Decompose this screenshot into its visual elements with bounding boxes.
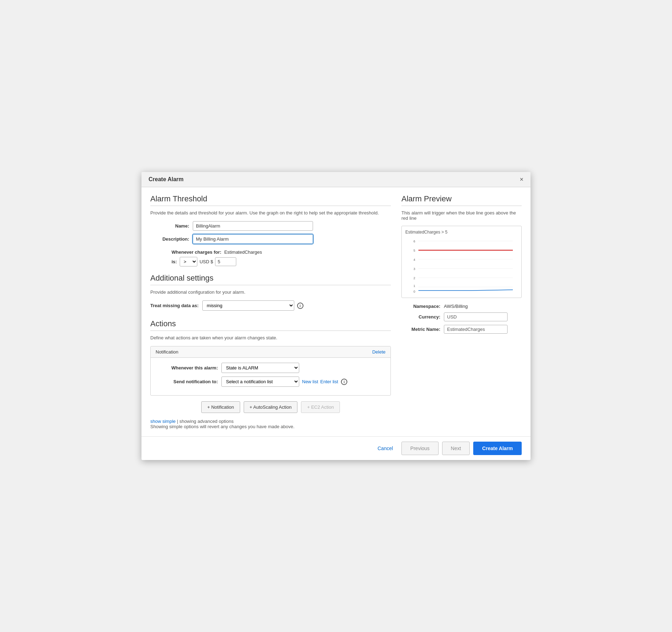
add-notification-button[interactable]: + Notification [201, 401, 240, 413]
preview-divider [401, 206, 522, 206]
charges-row: Whenever charges for: EstimatedCharges [150, 249, 391, 255]
metric-name-label: Metric Name: [401, 327, 440, 332]
create-alarm-button[interactable]: Create Alarm [473, 442, 522, 455]
currency-row: Currency: [401, 312, 522, 321]
svg-text:3: 3 [413, 267, 415, 271]
svg-text:5: 5 [413, 249, 415, 252]
namespace-value: AWS/Billing [444, 304, 468, 309]
whenever-row: Whenever this alarm: State is ALARM Stat… [158, 363, 383, 373]
treat-missing-select[interactable]: missing not breaching breaching ignore [202, 300, 294, 311]
whenever-label: Whenever this alarm: [158, 365, 218, 370]
action-buttons-row: + Notification + AutoScaling Action + EC… [150, 401, 391, 413]
desc-input[interactable] [193, 234, 313, 244]
svg-text:1: 1 [413, 284, 415, 288]
name-label: Name: [150, 223, 189, 229]
modal-header: Create Alarm × [141, 172, 531, 187]
notif-info-icon[interactable]: i [341, 379, 347, 385]
next-button: Next [442, 442, 470, 455]
svg-text:4: 4 [413, 258, 415, 262]
chart-container: EstimatedCharges > 5 6 5 4 3 2 1 0 [401, 226, 522, 298]
actions-divider [150, 331, 391, 331]
notification-label: Notification [156, 349, 178, 355]
additional-settings-divider [150, 285, 391, 285]
left-panel: Alarm Threshold Provide the details and … [150, 194, 391, 429]
currency-label: USD $ [199, 259, 213, 264]
send-notif-row: Send notification to: Select a notificat… [158, 377, 383, 387]
show-simple-note: Showing simple options will revert any c… [150, 424, 295, 429]
notif-list-select[interactable]: Select a notification list [221, 377, 299, 387]
chart-area: 6 5 4 3 2 1 0 [405, 237, 518, 294]
charges-label: Whenever charges for: [172, 249, 221, 255]
preview-title: Alarm Preview [401, 194, 522, 203]
modal-title: Create Alarm [149, 176, 184, 183]
namespace-row: Namespace: AWS/Billing [401, 304, 522, 309]
additional-settings-desc: Provide additional configuration for you… [150, 289, 391, 295]
operator-select[interactable]: > >= < <= = [180, 257, 197, 266]
is-label: is: [172, 259, 177, 264]
close-button[interactable]: × [520, 176, 523, 183]
alarm-threshold-title: Alarm Threshold [150, 194, 391, 203]
svg-text:6: 6 [413, 240, 415, 243]
treat-missing-row: Treat missing data as: missing not breac… [150, 300, 391, 311]
alarm-threshold-desc: Provide the details and threshold for yo… [150, 210, 391, 216]
svg-text:2: 2 [413, 276, 415, 280]
charges-value: EstimatedCharges [224, 249, 262, 255]
actions-desc: Define what actions are taken when your … [150, 335, 391, 340]
desc-label: Description: [150, 236, 189, 242]
treat-missing-info-icon[interactable]: i [297, 303, 303, 309]
desc-row: Description: [150, 234, 391, 244]
create-alarm-modal: Create Alarm × Alarm Threshold Provide t… [141, 172, 531, 460]
preview-fields: Namespace: AWS/Billing Currency: Metric … [401, 304, 522, 334]
show-simple-link[interactable]: show simple [150, 419, 176, 424]
alarm-state-select[interactable]: State is ALARM State is OK State is INSU… [221, 363, 299, 373]
additional-settings-section: Additional settings Provide additional c… [150, 274, 391, 311]
svg-line-15 [472, 290, 513, 291]
right-panel: Alarm Preview This alarm will trigger wh… [401, 194, 522, 429]
threshold-input[interactable] [215, 257, 236, 266]
additional-settings-title: Additional settings [150, 274, 391, 283]
notification-box: Notification Delete Whenever this alarm:… [150, 346, 391, 396]
add-ec2-button: + EC2 Action [301, 401, 340, 413]
preview-desc: This alarm will trigger when the blue li… [401, 210, 522, 221]
alarm-threshold-divider [150, 206, 391, 206]
modal-footer: Cancel Previous Next Create Alarm [141, 436, 531, 460]
metric-name-input[interactable] [444, 325, 508, 334]
delete-link[interactable]: Delete [372, 349, 386, 355]
cancel-button[interactable]: Cancel [373, 443, 398, 454]
is-row: is: > >= < <= = USD $ [172, 257, 391, 266]
currency-input[interactable] [444, 312, 508, 321]
modal-body: Alarm Threshold Provide the details and … [141, 187, 531, 436]
previous-button: Previous [401, 442, 438, 455]
notification-header: Notification Delete [151, 346, 390, 358]
show-simple-row: show simple | showing advanced options S… [150, 419, 391, 429]
advanced-options-label: showing advanced options [179, 419, 233, 424]
enter-list-link[interactable]: Enter list [320, 379, 338, 384]
namespace-label: Namespace: [401, 304, 440, 309]
notification-body: Whenever this alarm: State is ALARM Stat… [151, 358, 390, 395]
treat-missing-label: Treat missing data as: [150, 303, 199, 308]
add-autoscaling-button[interactable]: + AutoScaling Action [244, 401, 298, 413]
new-list-link[interactable]: New list [302, 379, 318, 384]
svg-text:0: 0 [413, 290, 415, 293]
currency-label: Currency: [401, 314, 440, 320]
send-notif-label: Send notification to: [158, 379, 218, 384]
chart-title: EstimatedCharges > 5 [405, 230, 518, 235]
actions-title: Actions [150, 319, 391, 328]
actions-section: Actions Define what actions are taken wh… [150, 319, 391, 413]
name-row: Name: [150, 221, 391, 231]
chart-svg: 6 5 4 3 2 1 0 [405, 237, 518, 294]
name-input[interactable] [193, 221, 313, 231]
metric-name-row: Metric Name: [401, 325, 522, 334]
